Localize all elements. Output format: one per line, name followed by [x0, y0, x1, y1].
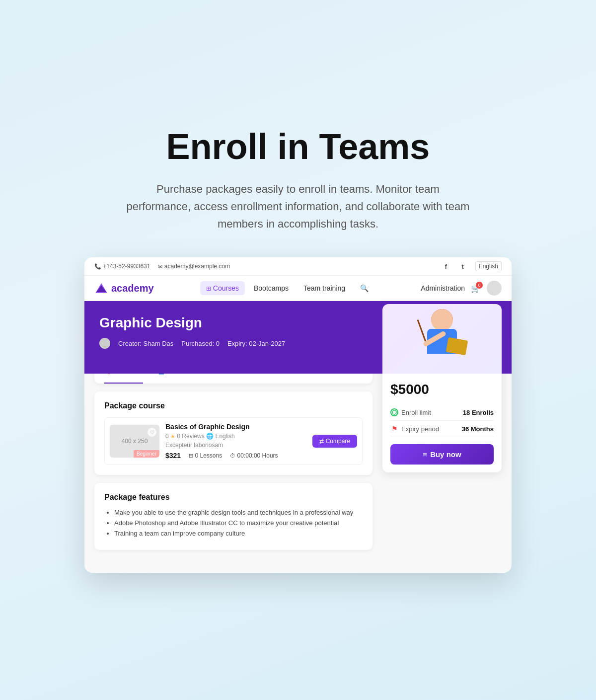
nav-bootcamps-label: Bootcamps [254, 284, 289, 292]
heart-icon[interactable]: ♡ [148, 428, 156, 437]
package-course-title: Package course [104, 401, 363, 410]
nav-bootcamps[interactable]: Bootcamps [248, 281, 295, 295]
logo-icon [94, 282, 108, 294]
teacher-figure [417, 309, 467, 369]
page-title: Enroll in Teams [84, 127, 512, 166]
email-address: academy@example.com [164, 263, 230, 270]
svg-point-2 [392, 410, 396, 414]
expiry-period-value: 36 Months [462, 425, 494, 433]
top-bar: +143-52-9933631 academy@example.com f t … [84, 257, 512, 276]
compare-label: Compare [326, 438, 350, 445]
phone-info: +143-52-9933631 [94, 263, 150, 270]
thumb-size: 400 x 250 [122, 438, 148, 445]
compare-icon [319, 438, 324, 445]
grid-icon [206, 284, 211, 292]
expiry-period-label: Expiry period [401, 425, 439, 433]
teacher-head [431, 309, 453, 331]
course-price: $321 [165, 452, 181, 460]
hours-info: 00:00:00 Hours [230, 452, 278, 459]
admin-link[interactable]: Administration [421, 284, 465, 292]
star-icon: ★ [170, 433, 175, 439]
buy-label: Buy now [430, 450, 461, 459]
course-rating: 0 ★ 0 Reviews 🌐 English [165, 433, 306, 440]
course-language: English [215, 433, 234, 440]
svg-marker-1 [96, 285, 106, 292]
facebook-icon[interactable]: f [442, 262, 450, 271]
nav-courses[interactable]: Courses [200, 281, 245, 295]
email-icon [158, 263, 162, 270]
course-price-row: $321 0 Lessons 00:00:00 Hours [165, 452, 306, 460]
course-name: Basics of Graphic Design [165, 423, 306, 431]
lessons-icon-sym [189, 452, 193, 459]
logo-text: academy [111, 283, 154, 294]
nav-bar: academy Courses Bootcamps Team training … [84, 276, 512, 301]
nav-team-training[interactable]: Team training [298, 281, 351, 295]
avatar[interactable] [487, 281, 502, 296]
content-area: Overview Instructor Package course 400 x… [84, 374, 512, 573]
top-bar-right: f t English [442, 261, 502, 271]
creator-name: Sham Das [144, 340, 174, 347]
expiry-label-wrap: ⚑ Expiry period [390, 425, 439, 433]
enroll-limit-label-wrap: Enroll limit [390, 408, 431, 416]
nav-right: Administration 🛒 0 [421, 281, 502, 296]
package-course-section: Package course 400 x 250 ♡ Beginner Basi… [94, 391, 372, 475]
feature-item-2: Adobe Photoshop and Adobe Illustrator CC… [114, 519, 363, 527]
language-selector[interactable]: English [475, 261, 502, 271]
teacher-pointer [417, 319, 427, 343]
review-count: 0 Reviews [177, 433, 204, 440]
package-features-section: Package features Make you able to use th… [94, 483, 372, 550]
page-subtitle: Purchase packages easily to enroll in te… [124, 180, 472, 233]
enroll-limit-label: Enroll limit [401, 409, 431, 416]
purchased-info: Purchased: 0 [181, 340, 220, 347]
price-card: $5000 Enroll limit 18 Enrolls [382, 304, 502, 472]
feature-item-3: Training a team can improve company cult… [114, 530, 363, 537]
lang-label: 🌐 [206, 433, 215, 440]
teacher-illustration [382, 304, 502, 374]
phone-icon [94, 263, 101, 270]
top-bar-left: +143-52-9933631 academy@example.com [94, 263, 230, 270]
left-panel: Overview Instructor Package course 400 x… [94, 359, 372, 558]
buy-icon: ≡ [423, 450, 427, 459]
cart-wrapper[interactable]: 🛒 0 [471, 284, 481, 293]
course-description: Excepteur laboriosam [165, 442, 306, 449]
hours-value: 00:00:00 Hours [237, 452, 278, 459]
expiry-icon: ⚑ [390, 425, 398, 433]
beginner-badge: Beginner [134, 450, 159, 458]
feature-item-1: Make you able to use the graphic design … [114, 509, 363, 516]
expiry-info: Expiry: 02-Jan-2027 [227, 340, 285, 347]
twitter-icon[interactable]: t [458, 262, 467, 271]
nav-links: Courses Bootcamps Team training 🔍 [200, 281, 374, 295]
expiry-row: ⚑ Expiry period 36 Months [390, 421, 494, 437]
phone-number: +143-52-9933631 [103, 263, 150, 270]
enroll-limit-row: Enroll limit 18 Enrolls [390, 404, 494, 421]
cart-badge: 0 [476, 282, 483, 289]
creator-label: Creator: Sham Das [118, 340, 173, 347]
features-list: Make you able to use the graphic design … [104, 509, 363, 537]
browser-mockup: +143-52-9933631 academy@example.com f t … [84, 257, 512, 573]
course-thumbnail: 400 x 250 ♡ Beginner [110, 425, 159, 458]
nav-team-training-label: Team training [303, 284, 345, 292]
enroll-icon [390, 408, 398, 416]
package-price: $5000 [390, 382, 494, 397]
nav-courses-label: Courses [213, 284, 239, 292]
logo[interactable]: academy [94, 282, 154, 294]
lessons-count: 0 Lessons [195, 452, 223, 459]
price-card-body: $5000 Enroll limit 18 Enrolls [382, 374, 502, 472]
rating-count: 0 [165, 433, 170, 440]
course-info: Basics of Graphic Design 0 ★ 0 Reviews 🌐… [165, 423, 306, 460]
right-panel: $5000 Enroll limit 18 Enrolls [382, 304, 502, 472]
lessons-icon: 0 Lessons [189, 452, 222, 459]
main-container: Enroll in Teams Purchase packages easily… [84, 127, 512, 573]
creator-avatar [99, 338, 110, 349]
buy-now-button[interactable]: ≡ Buy now [390, 444, 494, 465]
course-item: 400 x 250 ♡ Beginner Basics of Graphic D… [104, 417, 363, 465]
enroll-limit-value: 18 Enrolls [463, 409, 494, 416]
features-title: Package features [104, 493, 363, 502]
email-info: academy@example.com [158, 263, 230, 270]
search-icon[interactable]: 🔍 [354, 281, 374, 295]
compare-button[interactable]: Compare [312, 435, 357, 448]
clock-icon [230, 452, 235, 459]
